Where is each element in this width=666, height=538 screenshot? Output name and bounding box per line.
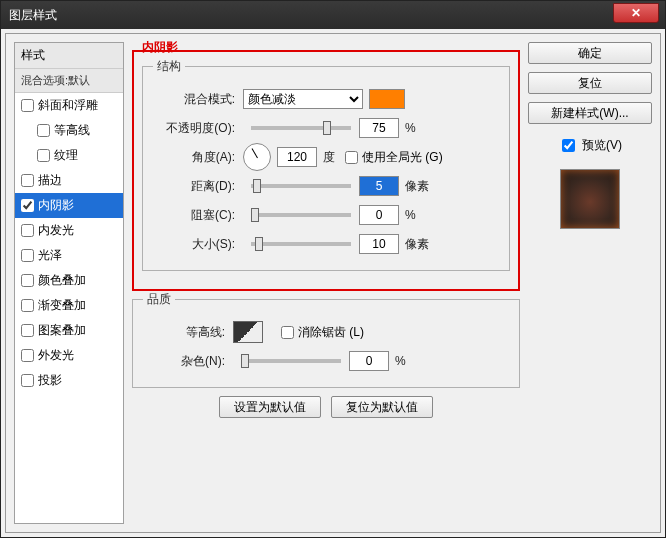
sidebar-item-label: 渐变叠加 xyxy=(38,297,86,314)
sidebar-item-label: 内发光 xyxy=(38,222,74,239)
noise-unit: % xyxy=(395,354,406,368)
choke-label: 阻塞(C): xyxy=(153,207,243,224)
sidebar-item-checkbox[interactable] xyxy=(21,374,34,387)
sidebar-item-checkbox[interactable] xyxy=(21,99,34,112)
sidebar-item[interactable]: 光泽 xyxy=(15,243,123,268)
sidebar-item-checkbox[interactable] xyxy=(21,324,34,337)
angle-unit: 度 xyxy=(323,149,335,166)
sidebar-item-checkbox[interactable] xyxy=(21,299,34,312)
set-default-button[interactable]: 设置为默认值 xyxy=(219,396,321,418)
opacity-label: 不透明度(O): xyxy=(153,120,243,137)
choke-unit: % xyxy=(405,208,416,222)
opacity-input[interactable] xyxy=(359,118,399,138)
sidebar-item[interactable]: 内发光 xyxy=(15,218,123,243)
sidebar-item-checkbox[interactable] xyxy=(21,224,34,237)
sidebar-item-checkbox[interactable] xyxy=(21,274,34,287)
sidebar-item-label: 图案叠加 xyxy=(38,322,86,339)
titlebar: 图层样式 ✕ xyxy=(1,1,665,29)
sidebar-item-label: 内阴影 xyxy=(38,197,74,214)
contour-label: 等高线: xyxy=(143,324,233,341)
sidebar-item-label: 光泽 xyxy=(38,247,62,264)
sidebar-item-checkbox[interactable] xyxy=(21,199,34,212)
window-title: 图层样式 xyxy=(9,7,613,24)
dialog-body: 样式 混合选项:默认 斜面和浮雕等高线纹理描边内阴影内发光光泽颜色叠加渐变叠加图… xyxy=(5,33,661,533)
sidebar-item-checkbox[interactable] xyxy=(37,149,50,162)
preview-checkbox[interactable]: 预览(V) xyxy=(528,136,652,155)
quality-group: 品质 等高线: 消除锯齿 (L) 杂色(N): % xyxy=(132,291,520,388)
new-style-button[interactable]: 新建样式(W)... xyxy=(528,102,652,124)
cancel-button[interactable]: 复位 xyxy=(528,72,652,94)
blend-mode-label: 混合模式: xyxy=(153,91,243,108)
sidebar-item-checkbox[interactable] xyxy=(21,349,34,362)
structure-group: 结构 混合模式: 颜色减淡 不透明度(O): % xyxy=(142,58,510,271)
sidebar-item-label: 纹理 xyxy=(54,147,78,164)
distance-slider[interactable] xyxy=(251,184,351,188)
sidebar-item[interactable]: 描边 xyxy=(15,168,123,193)
noise-label: 杂色(N): xyxy=(143,353,233,370)
settings-panel: 内阴影 结构 混合模式: 颜色减淡 不透明度(O): xyxy=(124,42,528,524)
size-label: 大小(S): xyxy=(153,236,243,253)
distance-input[interactable] xyxy=(359,176,399,196)
sidebar-item-checkbox[interactable] xyxy=(37,124,50,137)
close-icon: ✕ xyxy=(631,6,641,20)
sidebar-item[interactable]: 投影 xyxy=(15,368,123,393)
panel-heading: 内阴影 xyxy=(142,39,178,56)
sidebar-item-label: 斜面和浮雕 xyxy=(38,97,98,114)
sidebar-item[interactable]: 图案叠加 xyxy=(15,318,123,343)
noise-slider[interactable] xyxy=(241,359,341,363)
highlight-box: 结构 混合模式: 颜色减淡 不透明度(O): % xyxy=(132,50,520,291)
sidebar-item[interactable]: 纹理 xyxy=(15,143,123,168)
opacity-slider[interactable] xyxy=(251,126,351,130)
size-unit: 像素 xyxy=(405,236,429,253)
choke-input[interactable] xyxy=(359,205,399,225)
antialias-checkbox[interactable]: 消除锯齿 (L) xyxy=(281,324,364,341)
ok-button[interactable]: 确定 xyxy=(528,42,652,64)
sidebar-item-label: 描边 xyxy=(38,172,62,189)
angle-dial[interactable] xyxy=(243,143,271,171)
sidebar-item-checkbox[interactable] xyxy=(21,174,34,187)
choke-slider[interactable] xyxy=(251,213,351,217)
global-light-checkbox[interactable]: 使用全局光 (G) xyxy=(345,149,443,166)
angle-input[interactable] xyxy=(277,147,317,167)
sidebar-blend-options[interactable]: 混合选项:默认 xyxy=(15,69,123,93)
opacity-unit: % xyxy=(405,121,416,135)
color-swatch[interactable] xyxy=(369,89,405,109)
size-input[interactable] xyxy=(359,234,399,254)
angle-label: 角度(A): xyxy=(153,149,243,166)
sidebar-item[interactable]: 渐变叠加 xyxy=(15,293,123,318)
size-slider[interactable] xyxy=(251,242,351,246)
preview-thumbnail xyxy=(560,169,620,229)
layer-style-dialog: 图层样式 ✕ 样式 混合选项:默认 斜面和浮雕等高线纹理描边内阴影内发光光泽颜色… xyxy=(0,0,666,538)
distance-label: 距离(D): xyxy=(153,178,243,195)
action-column: 确定 复位 新建样式(W)... 预览(V) xyxy=(528,42,652,524)
sidebar-item-checkbox[interactable] xyxy=(21,249,34,262)
noise-input[interactable] xyxy=(349,351,389,371)
sidebar-header: 样式 xyxy=(15,43,123,69)
sidebar-item-label: 外发光 xyxy=(38,347,74,364)
close-button[interactable]: ✕ xyxy=(613,3,659,23)
sidebar-item-label: 等高线 xyxy=(54,122,90,139)
sidebar-item-label: 颜色叠加 xyxy=(38,272,86,289)
sidebar-item[interactable]: 外发光 xyxy=(15,343,123,368)
blend-mode-select[interactable]: 颜色减淡 xyxy=(243,89,363,109)
distance-unit: 像素 xyxy=(405,178,429,195)
contour-picker[interactable] xyxy=(233,321,263,343)
quality-legend: 品质 xyxy=(143,291,175,308)
sidebar-item-label: 投影 xyxy=(38,372,62,389)
structure-legend: 结构 xyxy=(153,58,185,75)
sidebar-item[interactable]: 颜色叠加 xyxy=(15,268,123,293)
sidebar-item[interactable]: 等高线 xyxy=(15,118,123,143)
styles-sidebar: 样式 混合选项:默认 斜面和浮雕等高线纹理描边内阴影内发光光泽颜色叠加渐变叠加图… xyxy=(14,42,124,524)
sidebar-item[interactable]: 内阴影 xyxy=(15,193,123,218)
reset-default-button[interactable]: 复位为默认值 xyxy=(331,396,433,418)
sidebar-item[interactable]: 斜面和浮雕 xyxy=(15,93,123,118)
